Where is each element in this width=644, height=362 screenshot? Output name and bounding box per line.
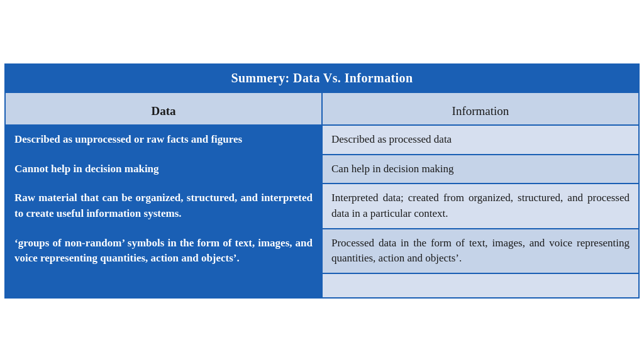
column-header-information: Information <box>322 92 638 125</box>
table-row: Raw material that can be organized, stru… <box>6 184 638 228</box>
empty-row <box>6 273 638 297</box>
empty-right <box>322 273 638 297</box>
row1-col1: Described as unprocessed or raw facts an… <box>6 125 322 155</box>
column-header-data: Data <box>6 92 322 125</box>
row3-col1: Raw material that can be organized, stru… <box>6 184 322 228</box>
row4-col1: ‘groups of non-random’ symbols in the fo… <box>6 229 322 273</box>
table-row: ‘groups of non-random’ symbols in the fo… <box>6 229 638 273</box>
row3-col2: Interpreted data; created from organized… <box>322 184 638 228</box>
row2-col2: Can help in decision making <box>322 155 638 184</box>
row2-col1: Cannot help in decision making <box>6 155 322 184</box>
empty-left <box>6 273 322 297</box>
row1-col2: Described as processed data <box>322 125 638 155</box>
table-row: Cannot help in decision making Can help … <box>6 155 638 184</box>
comparison-table: Summery: Data Vs. Information Data Infor… <box>4 63 640 299</box>
table-row: Described as unprocessed or raw facts an… <box>6 125 638 155</box>
row4-col2: Processed data in the form of text, imag… <box>322 229 638 273</box>
title-row: Summery: Data Vs. Information <box>6 65 638 92</box>
table-title: Summery: Data Vs. Information <box>6 65 638 92</box>
header-row: Data Information <box>6 92 638 125</box>
